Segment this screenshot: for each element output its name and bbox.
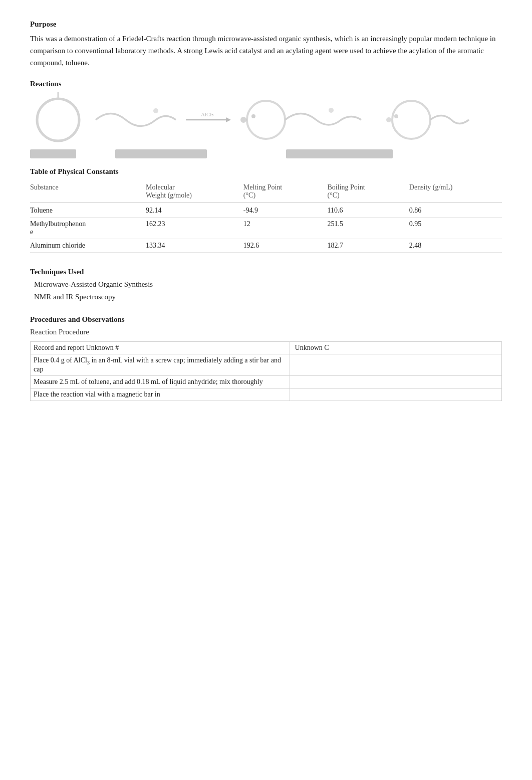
svg-point-9 <box>240 117 246 123</box>
col-boiling-point: Boiling Point(°C) <box>327 181 409 203</box>
procedures-section: Procedures and Observations Reaction Pro… <box>30 315 502 401</box>
svg-marker-5 <box>226 117 231 122</box>
table-row: Aluminum chloride 133.34 192.6 182.7 2.4… <box>30 239 502 253</box>
procedure-cell-value <box>290 388 501 401</box>
cell-mol-weight: 92.14 <box>146 203 243 218</box>
col-substance: Substance <box>30 181 146 203</box>
col-mol-weight: MolecularWeight (g/mole) <box>146 181 243 203</box>
cell-melting-point: 12 <box>243 218 328 239</box>
cell-boiling-point: 251.5 <box>327 218 409 239</box>
procedure-cell-value <box>290 375 501 388</box>
reaction-label-anhydride: acetic anhydride <box>115 149 206 158</box>
svg-point-12 <box>394 114 398 118</box>
cell-density: 0.95 <box>409 218 502 239</box>
svg-point-3 <box>153 108 158 113</box>
procedure-row: Place the reaction vial with a magnetic … <box>31 388 502 401</box>
procedure-cell-instruction: Place the reaction vial with a magnetic … <box>31 388 290 401</box>
cell-density: 2.48 <box>409 239 502 253</box>
procedure-cell-instruction: Record and report Unknown # <box>31 342 290 354</box>
reaction-diagram: AlCl₃ <box>30 92 502 147</box>
physical-constants-section: Table of Physical Constants Substance Mo… <box>30 167 502 253</box>
reactions-title: Reactions <box>30 80 502 88</box>
reaction-label-toluene: toluene <box>30 149 76 158</box>
techniques-section: Techniques Used Microwave-Assisted Organ… <box>30 268 502 301</box>
table-row: Toluene 92.14 -94.9 110.6 0.86 <box>30 203 502 218</box>
procedure-cell-instruction: Place 0.4 g of AlCl3 in an 8-mL vial wit… <box>31 354 290 376</box>
procedure-row: Record and report Unknown # Unknown C <box>31 342 502 354</box>
cell-mol-weight: 162.23 <box>146 218 243 239</box>
purpose-text: This was a demonstration of a Friedel-Cr… <box>30 33 502 69</box>
cell-boiling-point: 110.6 <box>327 203 409 218</box>
physical-constants-title: Table of Physical Constants <box>30 167 502 176</box>
cell-melting-point: -94.9 <box>243 203 328 218</box>
procedure-cell-instruction: Measure 2.5 mL of toluene, and add 0.18 … <box>31 375 290 388</box>
procedure-table: Record and report Unknown # Unknown C Pl… <box>30 341 502 401</box>
procedure-subtitle: Reaction Procedure <box>30 328 502 336</box>
procedure-row: Measure 2.5 mL of toluene, and add 0.18 … <box>31 375 502 388</box>
reactions-section: Reactions AlCl₃ <box>30 80 502 158</box>
svg-point-13 <box>392 101 430 139</box>
technique-item-1: Microwave-Assisted Organic Synthesis <box>30 280 502 289</box>
procedure-row: Place 0.4 g of AlCl3 in an 8-mL vial wit… <box>31 354 502 376</box>
procedure-cell-value: Unknown C <box>290 342 501 354</box>
purpose-section: Purpose This was a demonstration of a Fr… <box>30 20 502 69</box>
cell-melting-point: 192.6 <box>243 239 328 253</box>
procedure-cell-value <box>290 354 501 376</box>
purpose-title: Purpose <box>30 20 502 29</box>
reaction-label-product: 4-methylbenzophenone <box>286 149 393 158</box>
svg-point-8 <box>329 108 334 113</box>
cell-density: 0.86 <box>409 203 502 218</box>
cell-substance: Toluene <box>30 203 146 218</box>
cell-substance: Aluminum chloride <box>30 239 146 253</box>
cell-substance: Methylbutrophenone <box>30 218 146 239</box>
svg-point-10 <box>251 114 255 118</box>
techniques-title: Techniques Used <box>30 268 502 276</box>
col-density: Density (g/mL) <box>409 181 502 203</box>
svg-point-11 <box>386 117 391 122</box>
table-header-row: Substance MolecularWeight (g/mole) Melti… <box>30 181 502 203</box>
col-melting-point: Melting Point(°C) <box>243 181 328 203</box>
technique-item-2: NMR and IR Spectroscopy <box>30 293 502 301</box>
svg-text:AlCl₃: AlCl₃ <box>201 111 213 117</box>
cell-boiling-point: 182.7 <box>327 239 409 253</box>
svg-point-7 <box>247 101 285 139</box>
physical-constants-table: Substance MolecularWeight (g/mole) Melti… <box>30 181 502 253</box>
table-row: Methylbutrophenone 162.23 12 251.5 0.95 <box>30 218 502 239</box>
cell-mol-weight: 133.34 <box>146 239 243 253</box>
procedures-title: Procedures and Observations <box>30 315 502 324</box>
svg-point-0 <box>37 99 79 141</box>
reaction-bottom-labels: toluene acetic anhydride 4-methylbenzoph… <box>30 149 502 158</box>
